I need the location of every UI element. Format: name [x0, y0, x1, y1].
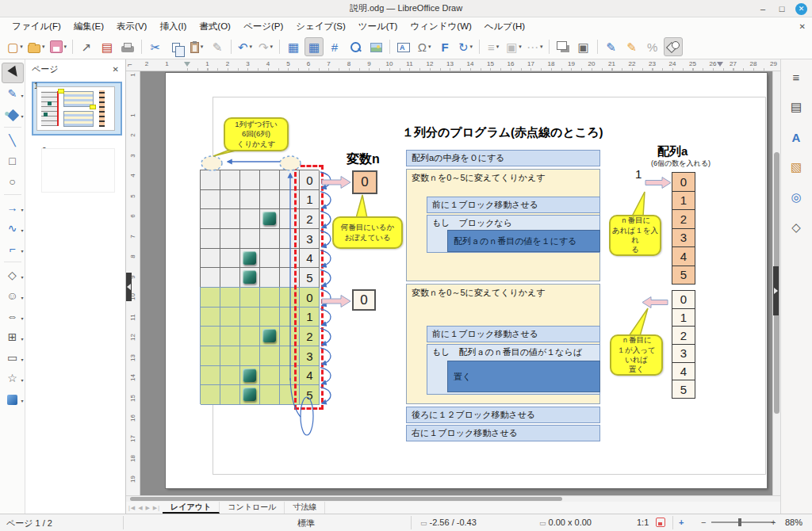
- block-cube[interactable]: [243, 369, 256, 382]
- zoom-slider[interactable]: [711, 521, 775, 523]
- shapes-panel-icon[interactable]: ◇: [786, 218, 806, 237]
- close-button[interactable]: ✕: [795, 3, 807, 15]
- layer-tab-コントロール[interactable]: コントロール: [220, 502, 285, 514]
- stars-tool[interactable]: ☆▾: [2, 368, 24, 388]
- symbol-shapes-tool[interactable]: ☺▾: [2, 285, 24, 306]
- array-one-label[interactable]: 1: [635, 167, 642, 181]
- clone-formatting-icon[interactable]: ✎: [208, 37, 227, 56]
- array-cell[interactable]: 4: [672, 246, 695, 266]
- menu-表示(V)[interactable]: 表示(V): [111, 19, 152, 34]
- cut-icon[interactable]: ✂: [146, 37, 165, 56]
- program-loop-2[interactable]: 変数ｎを0～5に変えてくりかえす 前に１ブロック移動させる もし 配列ａのｎ番目…: [406, 284, 600, 404]
- program-if-1[interactable]: もし ブロックなら 配列ａのｎ番目の値を１にする: [427, 215, 600, 253]
- horizontal-scrollbar-thumb[interactable]: [130, 497, 562, 501]
- toggle-extrusion-icon[interactable]: %: [643, 37, 662, 56]
- variable-n-label[interactable]: 変数n: [347, 151, 380, 168]
- styles-icon[interactable]: A: [786, 128, 806, 147]
- flowchart-tool[interactable]: ⊞▾: [2, 327, 24, 347]
- program-row-init[interactable]: 配列aの中身を０にする: [406, 150, 600, 166]
- array-cell[interactable]: 5: [672, 266, 695, 285]
- print-icon[interactable]: [118, 37, 137, 56]
- align-objects-icon[interactable]: ≡▾: [484, 37, 503, 56]
- zoom-icon[interactable]: [346, 37, 365, 56]
- properties-icon[interactable]: ▤: [786, 97, 806, 117]
- array-a-column-white[interactable]: 012345: [672, 291, 695, 399]
- rectangle-tool[interactable]: □: [2, 151, 24, 171]
- array-a-column-orange[interactable]: 012345: [672, 173, 695, 285]
- layer-nav-buttons[interactable]: |◀ ◀ ▶ ▶|: [128, 505, 160, 511]
- helplines-icon[interactable]: #: [325, 37, 344, 56]
- block-arrows-tool[interactable]: ⇔▾: [2, 306, 24, 327]
- paste-icon[interactable]: ▾: [187, 37, 206, 56]
- array-cell[interactable]: 4: [672, 362, 695, 381]
- array-cell[interactable]: 2: [672, 326, 695, 345]
- special-character-icon[interactable]: Ω▾: [415, 37, 434, 56]
- sidebar-menu-icon[interactable]: ≡: [786, 67, 806, 86]
- menu-書式(O)[interactable]: 書式(O): [193, 19, 236, 34]
- array-cell[interactable]: 1: [672, 191, 695, 211]
- block-cube[interactable]: [243, 388, 256, 401]
- tab-stop-selector-icon[interactable]: ⌐: [128, 60, 132, 69]
- maximize-button[interactable]: □: [776, 4, 787, 13]
- menu-シェイプ(S)[interactable]: シェイプ(S): [290, 19, 350, 34]
- drawing-canvas[interactable]: 012345012345: [140, 71, 772, 495]
- lines-arrows-tool[interactable]: →▾: [2, 197, 24, 218]
- snap-to-grid-icon[interactable]: ▦: [304, 37, 324, 56]
- distribute-icon[interactable]: ⋯▾: [525, 37, 545, 56]
- menu-ファイル(F)[interactable]: ファイル(F): [6, 19, 67, 34]
- hide-left-panel-grip[interactable]: [126, 273, 132, 301]
- basic-shapes-tool[interactable]: ◇▾: [2, 265, 24, 285]
- block-cube[interactable]: [262, 212, 276, 225]
- fill-color-tool[interactable]: ▾: [2, 104, 24, 124]
- right-margin-marker[interactable]: [717, 62, 723, 67]
- gallery-icon[interactable]: ▧: [786, 158, 806, 177]
- zoom-out-button[interactable]: −: [701, 518, 706, 527]
- crop-image-icon[interactable]: ▣: [574, 37, 593, 56]
- program-row-move[interactable]: 前に１ブロック移動させる: [427, 326, 600, 342]
- redo-icon[interactable]: ↷▾: [256, 37, 275, 56]
- array-a-subtitle[interactable]: (6個の数を入れる): [635, 159, 726, 169]
- ellipse-tool[interactable]: ○: [2, 171, 24, 192]
- repeat-callout[interactable]: 1列ずつ行い 6回(6列) くりかえす: [224, 117, 289, 151]
- zoom-slider-thumb[interactable]: [738, 518, 741, 526]
- program-row-right[interactable]: 右に１ブロック移動させる: [406, 425, 600, 441]
- menu-ツール(T)[interactable]: ツール(T): [353, 19, 404, 34]
- pink-arrow-right-icon[interactable]: [321, 294, 351, 308]
- array-cell[interactable]: 2: [672, 209, 695, 229]
- export-pdf-icon[interactable]: ▤: [98, 37, 117, 56]
- program-block[interactable]: 配列aの中身を０にする 変数ｎを0～5に変えてくりかえす 前に１ブロック移動させ…: [406, 150, 600, 441]
- pink-arrow-right-icon[interactable]: [645, 176, 672, 189]
- document-modified-icon[interactable]: [656, 518, 665, 527]
- horizontal-scrollbar[interactable]: [126, 495, 780, 502]
- array-cell[interactable]: 5: [672, 380, 695, 399]
- page-thumbnail-2[interactable]: 2: [33, 148, 118, 197]
- curves-polygons-tool[interactable]: ∿▾: [2, 218, 24, 239]
- variable-n-box-2[interactable]: 0: [352, 289, 376, 311]
- save-icon[interactable]: ▾: [48, 37, 69, 56]
- transformations-icon[interactable]: ↻▾: [456, 37, 475, 56]
- pink-arrow-left-icon[interactable]: [642, 296, 668, 309]
- program-title[interactable]: １列分のプログラム(赤点線のところ): [402, 125, 632, 140]
- line-style-tool[interactable]: ✎▾: [2, 83, 24, 104]
- callouts-tool[interactable]: ▭▾: [2, 347, 24, 368]
- array-cell[interactable]: 3: [672, 228, 695, 248]
- fontwork-icon[interactable]: F: [435, 37, 454, 56]
- edit-points-icon[interactable]: ✎: [602, 37, 621, 56]
- draw-functions-icon[interactable]: [664, 37, 683, 56]
- array-set-callout[interactable]: ｎ番目に あれば１を入れ る: [609, 215, 661, 256]
- layer-tab-レイアウト[interactable]: レイアウト: [163, 502, 220, 514]
- hide-right-panel-grip[interactable]: [773, 266, 779, 315]
- select-tool[interactable]: [2, 63, 24, 83]
- arrange-icon[interactable]: ▣▾: [504, 37, 523, 56]
- block-cube[interactable]: [243, 251, 256, 265]
- menu-ウィンドウ(W)[interactable]: ウィンドウ(W): [404, 19, 477, 34]
- connectors-tool[interactable]: ⌐▾: [2, 239, 24, 259]
- close-document-icon[interactable]: ✕: [799, 22, 806, 31]
- pink-arrow-right-icon[interactable]: [321, 175, 351, 189]
- page-indicator[interactable]: ページ 1 / 2: [6, 518, 52, 529]
- layer-tab-寸法線[interactable]: 寸法線: [285, 502, 325, 514]
- variable-n-box-1[interactable]: 0: [352, 170, 377, 194]
- block-cube[interactable]: [262, 329, 276, 342]
- variable-n-callout[interactable]: 何番目にいるか おぼえている: [332, 216, 403, 249]
- page-thumbnail-1[interactable]: 1: [33, 83, 121, 134]
